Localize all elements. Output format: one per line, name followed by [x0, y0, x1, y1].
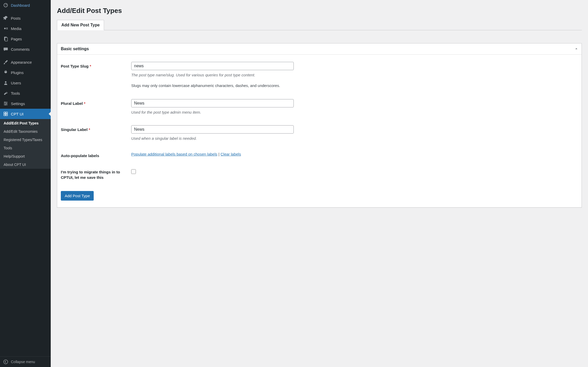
field-row-migrate: I'm trying to migrate things in to CPTUI… [61, 169, 578, 180]
submenu-item-about-cpt-ui[interactable]: About CPT UI [0, 160, 51, 169]
comment-icon [3, 47, 8, 52]
sidebar-item-label: CPT UI [11, 112, 24, 116]
svg-rect-6 [6, 70, 6, 71]
sidebar-item-dashboard[interactable]: Dashboard [0, 0, 51, 10]
field-row-slug: Post Type Slug * The post type name/slug… [61, 62, 578, 88]
sidebar-item-comments[interactable]: Comments [0, 44, 51, 54]
plug-icon [3, 70, 8, 75]
sidebar-item-plugins[interactable]: Plugins [0, 67, 51, 78]
media-icon [3, 26, 8, 31]
submit-row: Add Post Type [61, 191, 578, 201]
sidebar-item-label: Posts [11, 16, 21, 20]
field-row-plural: Plural Label * Used for the post type ad… [61, 99, 578, 114]
plural-description: Used for the post type admin menu item. [131, 110, 307, 114]
sidebar-item-tools[interactable]: Tools [0, 88, 51, 98]
svg-rect-16 [4, 114, 5, 116]
page-title: Add/Edit Post Types [57, 7, 582, 15]
field-label-migrate: I'm trying to migrate things in to CPTUI… [61, 169, 131, 180]
submenu-item-registered-types-taxes[interactable]: Registered Types/Taxes [0, 136, 51, 144]
svg-point-13 [5, 104, 6, 105]
migrate-checkbox[interactable] [131, 169, 136, 174]
post-type-slug-input[interactable] [131, 62, 294, 70]
svg-rect-4 [5, 38, 8, 41]
cpt-ui-icon [3, 111, 8, 116]
collapse-menu-button[interactable]: Collapse menu [0, 356, 51, 367]
singular-label-input[interactable] [131, 125, 294, 134]
svg-rect-17 [6, 114, 8, 116]
svg-point-11 [4, 102, 5, 103]
populate-labels-link[interactable]: Populate additional labels based on chos… [131, 152, 217, 156]
field-label-autopopulate: Auto-populate labels [61, 151, 131, 158]
collapse-panel-icon[interactable] [575, 47, 578, 51]
sidebar-item-pages[interactable]: Pages [0, 34, 51, 44]
sidebar-item-cpt-ui[interactable]: CPT UI [0, 109, 51, 119]
pages-icon [3, 36, 8, 41]
sidebar-item-label: Pages [11, 37, 22, 41]
user-icon [3, 80, 8, 85]
svg-point-7 [5, 81, 6, 83]
sidebar-item-label: Users [11, 81, 21, 85]
panel-body: Post Type Slug * The post type name/slug… [57, 55, 582, 207]
clear-labels-link[interactable]: Clear labels [220, 152, 241, 156]
basic-settings-panel: Basic settings Post Type Slug * The post… [57, 43, 582, 208]
submenu-item-tools[interactable]: Tools [0, 144, 51, 152]
sidebar-item-label: Tools [11, 91, 20, 96]
svg-point-12 [6, 103, 7, 104]
plural-label-input[interactable] [131, 99, 294, 107]
cpt-ui-submenu: Add/Edit Post Types Add/Edit Taxonomies … [0, 119, 51, 169]
sidebar-item-users[interactable]: Users [0, 78, 51, 88]
sidebar-item-label: Settings [11, 101, 25, 106]
field-label-plural: Plural Label * [61, 99, 131, 106]
sliders-icon [3, 101, 8, 106]
submenu-item-add-edit-taxonomies[interactable]: Add/Edit Taxonomies [0, 127, 51, 136]
sidebar-item-label: Dashboard [11, 3, 30, 8]
brush-icon [3, 60, 8, 65]
collapse-label: Collapse menu [11, 360, 35, 364]
field-row-autopopulate: Auto-populate labels Populate additional… [61, 151, 578, 158]
svg-rect-5 [5, 70, 5, 71]
sidebar-item-posts[interactable]: Posts [0, 13, 51, 23]
main-content: Add/Edit Post Types Add New Post Type Ba… [51, 0, 588, 367]
slug-description: The post type name/slug. Used for variou… [131, 73, 307, 77]
link-divider: | [217, 152, 220, 156]
admin-sidebar: Dashboard Posts Media Pages Comments App… [0, 0, 51, 367]
submenu-item-help-support[interactable]: Help/Support [0, 152, 51, 160]
add-post-type-button[interactable]: Add Post Type [61, 191, 94, 201]
field-label-singular: Singular Label * [61, 125, 131, 132]
sidebar-item-label: Plugins [11, 70, 24, 75]
sidebar-item-label: Comments [11, 47, 30, 52]
sidebar-item-settings[interactable]: Settings [0, 98, 51, 109]
submenu-item-add-edit-post-types[interactable]: Add/Edit Post Types [0, 119, 51, 127]
collapse-icon [3, 359, 8, 364]
singular-description: Used when a singular label is needed. [131, 136, 307, 141]
field-label-slug: Post Type Slug * [61, 62, 131, 69]
field-row-singular: Singular Label * Used when a singular la… [61, 125, 578, 141]
svg-rect-14 [4, 112, 5, 114]
tabs: Add New Post Type [57, 20, 582, 30]
slug-note: Slugs may only contain lowercase alphanu… [131, 83, 307, 88]
sidebar-item-label: Appearance [11, 60, 32, 64]
pin-icon [3, 16, 8, 21]
panel-title: Basic settings [61, 47, 89, 51]
sidebar-item-appearance[interactable]: Appearance [0, 57, 51, 67]
dashboard-icon [3, 3, 8, 8]
wrench-icon [3, 91, 8, 96]
panel-header[interactable]: Basic settings [57, 43, 582, 55]
tab-add-new-post-type[interactable]: Add New Post Type [57, 20, 104, 30]
svg-point-18 [4, 360, 8, 364]
svg-rect-15 [6, 112, 8, 114]
sidebar-item-label: Media [11, 26, 21, 31]
svg-point-2 [4, 28, 6, 29]
sidebar-item-media[interactable]: Media [0, 23, 51, 34]
